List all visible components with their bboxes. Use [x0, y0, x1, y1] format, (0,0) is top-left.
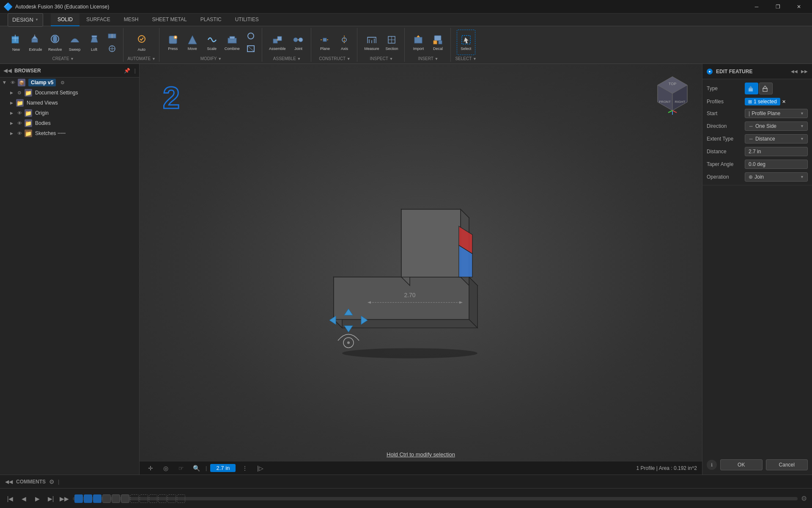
profiles-clear-btn[interactable]: ✕ — [782, 99, 786, 105]
ok-button[interactable]: OK — [720, 459, 763, 470]
timeline-item-11[interactable] — [167, 494, 176, 503]
inspect-btn2[interactable]: Section — [382, 30, 401, 55]
timeline-item-3[interactable] — [93, 494, 102, 503]
timeline-settings-btn[interactable]: ⚙ — [801, 494, 807, 502]
restore-button[interactable]: ❐ — [768, 0, 787, 14]
timeline-next-btn[interactable]: ▶| — [46, 494, 56, 504]
browser-item-doc-settings[interactable]: ▶ ⚙ 📁 Document Settings — [0, 88, 139, 98]
timeline-item-8[interactable] — [140, 494, 148, 503]
construct-btn1[interactable]: Plane — [315, 30, 334, 55]
panel-info-btn[interactable]: ℹ — [707, 460, 717, 470]
revolve-button[interactable]: Revolve — [46, 30, 65, 55]
timeline-item-12[interactable] — [177, 494, 185, 503]
modify-btn4[interactable]: Combine — [222, 30, 242, 55]
bodies-visibility-icon[interactable]: 👁 — [16, 120, 23, 127]
tab-mesh[interactable]: MESH — [117, 14, 145, 26]
assemble-btn2[interactable]: Joint — [289, 30, 307, 55]
timeline-item-7[interactable] — [130, 494, 139, 503]
tab-surface[interactable]: SURFACE — [80, 14, 117, 26]
viewport-canvas[interactable]: 2 — [140, 64, 702, 475]
vp-options-btn[interactable]: |▷ — [254, 462, 266, 474]
panel-collapse-left-btn[interactable]: ◀◀ — [791, 68, 798, 75]
design-dropdown[interactable]: DESIGN ▼ — [8, 13, 43, 27]
root-visibility-icon[interactable]: 👁 — [9, 79, 16, 86]
assemble-btn1[interactable]: Assemble — [266, 30, 288, 55]
vp-zoom-tool[interactable]: 🔍 — [190, 462, 202, 474]
nav-cube[interactable]: TOP FRONT RIGHT — [651, 72, 694, 115]
move-arrow-left — [329, 316, 336, 324]
cancel-button[interactable]: Cancel — [766, 459, 808, 470]
vp-orbit-tool[interactable]: ◎ — [160, 462, 172, 474]
extent-type-dropdown[interactable]: ↔ Distance ▼ — [745, 134, 808, 144]
sketches-expand-arrow[interactable]: ▶ — [8, 130, 14, 136]
profiles-badge[interactable]: ⊞ 1 selected — [745, 98, 780, 105]
timeline-item-10[interactable] — [158, 494, 167, 503]
browser-collapse-btn[interactable]: ◀◀ — [3, 67, 12, 74]
root-settings-icon[interactable]: ⚙ — [59, 79, 66, 86]
root-expand-arrow[interactable]: ▶ — [2, 80, 8, 86]
coord-input[interactable] — [210, 464, 236, 472]
timeline-item-6[interactable] — [121, 494, 129, 503]
origin-expand-arrow[interactable]: ▶ — [8, 110, 14, 116]
timeline-item-5[interactable] — [112, 494, 120, 503]
browser-item-sketches[interactable]: ▶ 👁 📁 Sketches •••••• — [0, 128, 139, 138]
vp-move-tool[interactable]: ✛ — [145, 462, 156, 474]
ribbon-group-insert-items: Import Decal — [409, 28, 447, 56]
distance-input[interactable] — [745, 147, 808, 156]
panel-expand-btn[interactable]: ▶▶ — [801, 68, 808, 75]
browser-item-named-views[interactable]: ▶ 📁 Named Views — [0, 98, 139, 108]
timeline-prev-btn[interactable]: ◀ — [19, 494, 29, 504]
timeline-item-9[interactable] — [149, 494, 157, 503]
vp-pan-tool[interactable]: ☞ — [175, 462, 187, 474]
named-views-expand-arrow[interactable]: ▶ — [8, 100, 14, 106]
timeline-item-4[interactable] — [102, 494, 111, 503]
browser-item-origin[interactable]: ▶ 👁 📁 Origin — [0, 108, 139, 118]
sweep-button[interactable]: Sweep — [66, 30, 84, 55]
browser-item-root[interactable]: ▶ 👁 📦 Clamp v5 ⚙ — [0, 77, 139, 88]
close-button[interactable]: ✕ — [789, 0, 809, 14]
sketches-visibility-icon[interactable]: 👁 — [16, 130, 23, 137]
minimize-button[interactable]: ─ — [747, 0, 766, 14]
insert-btn1[interactable]: Import — [409, 30, 428, 55]
modify-btn3[interactable]: Scale — [203, 30, 221, 55]
operation-dropdown[interactable]: ⊕ Join ▼ — [745, 172, 808, 182]
modify-btn1[interactable]: Press — [164, 30, 182, 55]
tab-utilities[interactable]: UTILITIES — [228, 14, 266, 26]
browser-pin-btn[interactable]: 📌 — [124, 68, 130, 74]
start-dropdown[interactable]: | Profile Plane ▼ — [745, 109, 808, 118]
extrude-button[interactable]: Extrude — [26, 30, 45, 55]
construct-btn2[interactable]: Axis — [335, 30, 354, 55]
insert-btn2[interactable]: Decal — [428, 30, 447, 55]
modify-small-btn2[interactable] — [243, 43, 258, 55]
viewport[interactable]: 2 — [140, 64, 702, 475]
browser-divider: | — [134, 67, 136, 74]
new-component-button[interactable]: New — [7, 30, 25, 55]
origin-visibility-icon[interactable]: 👁 — [16, 110, 23, 116]
loft-button[interactable]: Loft — [85, 30, 104, 55]
bodies-expand-arrow[interactable]: ▶ — [8, 120, 14, 126]
rib-button[interactable] — [104, 30, 120, 42]
timeline-next-end-btn[interactable]: ▶▶ — [59, 494, 69, 504]
modify-btn2[interactable]: Move — [183, 30, 202, 55]
vp-more-btn[interactable]: ⋮ — [239, 462, 251, 474]
inspect-btn1[interactable]: Measure — [362, 30, 381, 55]
comments-expand-btn[interactable]: ◀◀ — [5, 479, 13, 485]
tab-solid[interactable]: SOLID — [51, 14, 80, 26]
type-btn-extrude[interactable] — [745, 83, 758, 94]
taper-input[interactable] — [745, 160, 808, 169]
comments-settings-icon[interactable]: ⚙ — [49, 478, 55, 485]
browser-item-bodies[interactable]: ▶ 👁 📁 Bodies — [0, 118, 139, 128]
web-button[interactable] — [104, 43, 120, 55]
tab-sheet-metal[interactable]: SHEET METAL — [145, 14, 193, 26]
timeline-item-2[interactable] — [84, 494, 92, 503]
doc-settings-expand-arrow[interactable]: ▶ — [8, 90, 14, 96]
timeline-item-1[interactable] — [74, 494, 83, 503]
select-btn1[interactable]: Select — [457, 30, 475, 55]
timeline-prev-start-btn[interactable]: |◀ — [5, 494, 15, 504]
timeline-play-btn[interactable]: ▶ — [32, 494, 42, 504]
modify-small-btn1[interactable] — [243, 30, 258, 42]
automate-button[interactable]: Auto — [132, 30, 151, 55]
type-btn-thin[interactable] — [759, 83, 773, 94]
tab-plastic[interactable]: PLASTIC — [194, 14, 228, 26]
direction-dropdown[interactable]: ↔ One Side ▼ — [745, 121, 808, 131]
